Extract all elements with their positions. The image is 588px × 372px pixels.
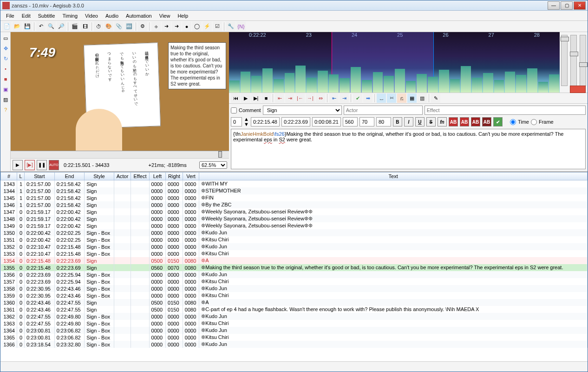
attach-icon[interactable]: 📎: [114, 22, 124, 31]
menu-file[interactable]: File: [2, 12, 18, 20]
menu-help[interactable]: Help: [174, 12, 192, 20]
table-row[interactable]: 136300:22:47.550:22:49.80Sign - Box00000…: [1, 320, 588, 327]
fontname-button[interactable]: fn: [438, 117, 447, 126]
move-icon[interactable]: ✥: [1, 44, 10, 53]
titlebar[interactable]: zanszs - 10.mkv - Aegisub 3.0.0 — ▢ ✕: [0, 0, 588, 11]
style-icon[interactable]: 🎨: [104, 22, 113, 31]
table-row[interactable]: 135100:22:00.420:22:02.25Sign - Box00000…: [1, 236, 588, 243]
column-header[interactable]: Start: [25, 173, 55, 180]
tool-i-icon[interactable]: 🔧: [226, 22, 235, 31]
column-header[interactable]: #: [1, 173, 17, 180]
pause-button[interactable]: ❚❚: [37, 160, 47, 170]
table-row[interactable]: 136600:23:18.540:23:32.80Sign - Box00000…: [1, 341, 588, 348]
audio-play-icon[interactable]: ▶: [241, 93, 250, 103]
audio-opt1-icon[interactable]: ⎵: [377, 93, 386, 103]
audio-first-icon[interactable]: |←: [295, 93, 305, 103]
table-row[interactable]: 135800:22:30.950:22:43.46Sign - Box00000…: [1, 285, 588, 292]
tool-e-icon[interactable]: ●: [182, 22, 191, 31]
replace-icon[interactable]: 🔎: [57, 22, 66, 31]
bold-button[interactable]: B: [393, 117, 402, 126]
volume-slider[interactable]: [580, 35, 586, 86]
column-header[interactable]: L: [17, 173, 24, 180]
table-row[interactable]: 135700:22:23.690:22:25.94Sign - Box00000…: [1, 278, 588, 285]
rotate-z-icon[interactable]: ↻: [1, 54, 10, 63]
column-header[interactable]: Right: [166, 173, 183, 180]
effect-input[interactable]: [425, 106, 586, 115]
duration-input[interactable]: [312, 117, 341, 126]
vzoom-slider[interactable]: [570, 35, 577, 86]
column-header[interactable]: Style: [85, 173, 114, 180]
undo-icon[interactable]: ↶: [36, 22, 46, 31]
menu-audio[interactable]: Audio: [102, 12, 122, 20]
audio-prev-icon[interactable]: ⏮: [231, 93, 240, 103]
menu-automation[interactable]: Automation: [122, 12, 156, 20]
audio-after-icon[interactable]: ⇥: [285, 93, 294, 103]
help-icon[interactable]: ?: [1, 106, 10, 114]
margin-vert-input[interactable]: [376, 117, 391, 126]
column-header[interactable]: Effect: [131, 173, 149, 180]
column-header[interactable]: Left: [149, 173, 165, 180]
menu-timing[interactable]: Timing: [59, 12, 81, 20]
video-close-icon[interactable]: 🎞: [80, 22, 90, 31]
close-button[interactable]: ✕: [574, 1, 586, 10]
table-row[interactable]: 134700:21:59.170:22:00.42Sign00000000000…: [1, 208, 588, 215]
column-header[interactable]: Vert: [183, 173, 199, 180]
style-select[interactable]: Sign: [263, 106, 342, 115]
audio-playsel-icon[interactable]: ▶|: [251, 93, 261, 103]
maximize-button[interactable]: ▢: [561, 1, 573, 10]
audio-leadin-icon[interactable]: ⇤: [329, 93, 339, 103]
actor-input[interactable]: [344, 106, 423, 115]
table-row[interactable]: 134900:21:59.170:22:00.42Sign00000000000…: [1, 222, 588, 229]
table-row[interactable]: 136000:22:43.460:22:47.55Sign05000150008…: [1, 299, 588, 306]
save-icon[interactable]: 💾: [23, 22, 32, 31]
subtitle-grid[interactable]: #LStartEndStyleActorEffectLeftRightVertT…: [0, 172, 588, 361]
audio-last2-icon[interactable]: ⇔: [316, 93, 325, 103]
frame-radio[interactable]: [531, 119, 537, 125]
table-row[interactable]: 134510:21:57.000:21:58.42Sign00000000000…: [1, 194, 588, 201]
shift-icon[interactable]: ⏱: [94, 22, 103, 31]
time-radio[interactable]: [510, 119, 516, 125]
minimize-button[interactable]: —: [548, 1, 560, 10]
italic-button[interactable]: I: [404, 117, 413, 126]
rotate-xy-icon[interactable]: •: [1, 65, 10, 73]
video-frame[interactable]: 7:49 朝の実験回かれただけつまらないですでも無難してもいいんじゃいいのも悪い…: [11, 32, 229, 151]
audio-opt5-icon[interactable]: ▥: [418, 93, 427, 103]
tool-a-icon[interactable]: ⚙: [138, 22, 147, 31]
vector-clip-icon[interactable]: ▨: [1, 95, 10, 104]
audio-spectrum-icon[interactable]: ▦: [407, 93, 417, 103]
table-row[interactable]: 135200:22:10.470:22:15.48Sign - Box00000…: [1, 243, 588, 250]
audio-last-icon[interactable]: →|: [306, 93, 315, 103]
menu-view[interactable]: View: [156, 12, 174, 20]
hzoom-slider[interactable]: [561, 35, 568, 86]
end-time-input[interactable]: [281, 117, 310, 126]
table-row[interactable]: 135900:22:30.950:22:43.46Sign - Box00000…: [1, 292, 588, 299]
color4-button[interactable]: AB: [482, 117, 491, 126]
play-button[interactable]: ▶: [13, 160, 23, 170]
video-open-icon[interactable]: 🎬: [70, 22, 79, 31]
layer-down-icon[interactable]: ▼: [244, 122, 249, 127]
layer-input[interactable]: [231, 117, 242, 126]
audio-opt3-icon[interactable]: ⎌: [397, 93, 406, 103]
scale-icon[interactable]: ■: [1, 75, 10, 83]
search-icon[interactable]: 🔍: [46, 22, 56, 31]
column-header[interactable]: Actor: [114, 173, 131, 180]
commit-button[interactable]: ✔: [493, 117, 503, 126]
column-header[interactable]: Text: [199, 173, 588, 180]
audio-commit-icon[interactable]: ✔: [353, 93, 362, 103]
tool-d-icon[interactable]: ➜: [172, 22, 181, 31]
subtitle-text-input[interactable]: {\fnJanieHmkBold\fs26}Making the third s…: [231, 129, 586, 169]
audio-leadout-icon[interactable]: ⇥: [340, 93, 349, 103]
tool-c-icon[interactable]: ➜: [162, 22, 171, 31]
seekbar-thumb[interactable]: [218, 151, 222, 158]
zoom-select[interactable]: 62.5%: [199, 161, 227, 169]
underline-button[interactable]: U: [415, 117, 425, 126]
comment-checkbox[interactable]: [231, 107, 237, 113]
table-row[interactable]: 135500:22:15.480:22:23.69Sign05600070008…: [1, 264, 588, 271]
tool-h-icon[interactable]: ☑: [213, 22, 222, 31]
open-icon[interactable]: 📂: [13, 22, 22, 31]
pointer-icon[interactable]: ▭: [1, 34, 10, 42]
audio-go-icon[interactable]: ➡: [363, 93, 372, 103]
tool-f-icon[interactable]: ◯: [192, 22, 202, 31]
table-row[interactable]: 134800:21:59.170:22:00.42Sign00000000000…: [1, 215, 588, 222]
audio-display[interactable]: 0:22:22232425262728: [229, 32, 588, 93]
